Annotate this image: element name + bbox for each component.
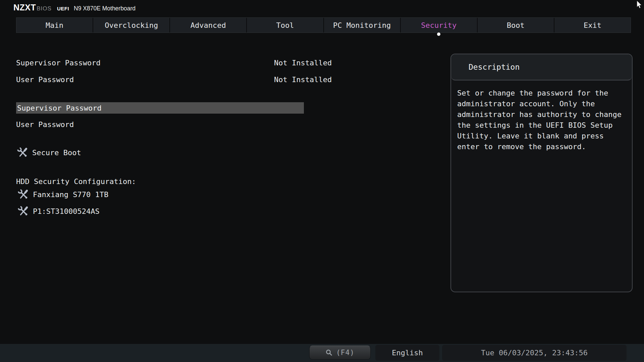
description-line: Utility. Leave it blank and press (457, 131, 627, 141)
tab-bar: Main Overclocking Advanced Tool PC Monit… (16, 17, 631, 33)
description-line: administrator has authority to change (457, 109, 627, 120)
menu-item-secure-boot[interactable]: Secure Boot (17, 147, 81, 158)
drive-p1-label: P1:ST31000524AS (33, 207, 100, 216)
search-button[interactable]: (F4) (309, 346, 371, 360)
language-label: English (392, 349, 423, 357)
tab-main[interactable]: Main (16, 18, 93, 33)
title-bar: NZXT BIOS UEFI N9 X870E Motherboard (0, 0, 644, 17)
board-name: N9 X870E Motherboard (74, 5, 136, 12)
wrench-screwdriver-icon (17, 205, 29, 217)
tab-tool[interactable]: Tool (247, 18, 324, 33)
tab-exit[interactable]: Exit (554, 18, 631, 33)
magnifier-icon (325, 349, 333, 356)
menu-item-supervisor-password-selected[interactable]: Supervisor Password (16, 102, 304, 114)
hdd-security-heading: HDD Security Configuration: (16, 177, 136, 186)
brand-sub-bios: BIOS (37, 5, 52, 12)
wrench-screwdriver-icon (17, 147, 28, 158)
description-title: Description (451, 63, 520, 71)
brand-logo: NZXT (13, 3, 36, 12)
tab-boot[interactable]: Boot (478, 18, 554, 33)
active-tab-indicator (437, 33, 440, 36)
bios-screen: NZXT BIOS UEFI N9 X870E Motherboard Main… (0, 0, 644, 362)
description-line: enter to remove the password. (457, 141, 627, 152)
language-selector[interactable]: English (375, 345, 439, 361)
tab-advanced[interactable]: Advanced (170, 18, 247, 33)
menu-item-user-password[interactable]: User Password (16, 120, 74, 129)
uefi-label: UEFI (57, 6, 69, 11)
description-line: administrator account. Only the (457, 99, 627, 109)
supervisor-password-status-label: Supervisor Password (16, 59, 101, 67)
footer-bar: (F4) English Tue 06/03/2025, 23:43:56 (0, 344, 644, 362)
tab-overclocking[interactable]: Overclocking (93, 18, 170, 33)
selected-item-label: Supervisor Password (16, 104, 102, 112)
menu-item-drive-fanxiang[interactable]: Fanxiang S770 1TB (17, 189, 108, 200)
description-panel: Description Set or change the password f… (450, 54, 633, 292)
datetime-label: Tue 06/03/2025, 23:43:56 (481, 349, 588, 357)
description-panel-header: Description (451, 54, 632, 80)
menu-item-drive-p1[interactable]: P1:ST31000524AS (17, 205, 100, 217)
description-line: the settings in the UEFI BIOS Setup (457, 120, 627, 131)
description-line: Set or change the password for the (457, 88, 627, 99)
wrench-screwdriver-icon (17, 189, 29, 200)
description-body: Set or change the password for the admin… (451, 80, 632, 152)
brand-row: NZXT BIOS UEFI N9 X870E Motherboard (13, 3, 136, 12)
search-hotkey-label: (F4) (336, 349, 355, 357)
datetime-display: Tue 06/03/2025, 23:43:56 (442, 345, 627, 361)
secure-boot-label: Secure Boot (32, 148, 81, 157)
tab-security[interactable]: Security (401, 18, 478, 33)
user-password-status-value: Not Installed (274, 75, 332, 84)
user-password-status-label: User Password (16, 75, 74, 84)
supervisor-password-status-value: Not Installed (274, 59, 332, 67)
tab-pc-monitoring[interactable]: PC Monitoring (324, 18, 401, 33)
drive-fanxiang-label: Fanxiang S770 1TB (33, 190, 108, 199)
mouse-cursor (637, 1, 643, 9)
